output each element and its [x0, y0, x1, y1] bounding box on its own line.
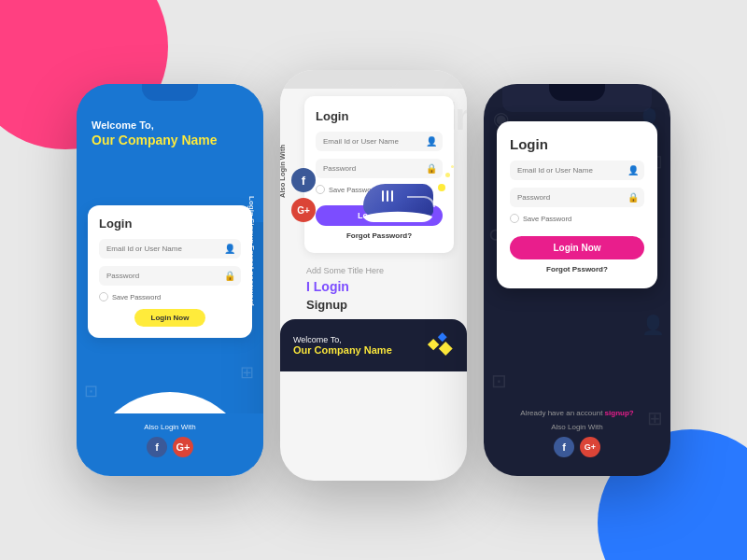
p3-googleplus-button[interactable]: G+ — [580, 437, 600, 457]
p2-shoe-area — [359, 170, 452, 245]
p1-facebook-button[interactable]: f — [147, 437, 167, 457]
p3-social-row: f G+ — [497, 437, 657, 457]
p3-save-password-row: Save Password — [510, 214, 644, 223]
p2-email-wrap: 👤 — [316, 131, 443, 151]
p2-logo — [428, 330, 454, 360]
p1-welcome-text: Welcome To, — [92, 119, 248, 131]
p3-form-card: Login 👤 🔒 Save Password Login Now Forgot… — [497, 121, 657, 288]
p1-company-name: Our Company Name — [92, 133, 248, 147]
phone-3-notch — [549, 84, 605, 101]
p2-googleplus-button[interactable]: G+ — [291, 198, 316, 222]
p3-account-text: Already have an account signup? — [497, 409, 657, 417]
p1-social-row: f G+ — [92, 437, 248, 457]
phone-2: Also Login With Login f G+ Login 👤 — [280, 70, 467, 481]
p3-account-label: Already have an account — [520, 409, 602, 417]
p3-form-title: Login — [510, 136, 644, 152]
p3-password-input[interactable] — [510, 188, 644, 207]
p2-user-icon: 👤 — [426, 136, 437, 147]
p2-footer-welcome: Welcome To, — [293, 335, 392, 344]
p1-save-password-row: Save Password — [99, 292, 241, 301]
p3-forgot-password[interactable]: Forgot Pssword? — [510, 265, 644, 273]
p2-footer-text: Welcome To, Our Company Name — [293, 335, 392, 356]
p3-facebook-button[interactable]: f — [554, 437, 574, 457]
phone-2-content: Also Login With Login f G+ Login 👤 — [280, 70, 467, 481]
p1-login-button[interactable]: Login Now — [134, 309, 206, 327]
p1-email-input[interactable] — [99, 239, 241, 259]
p2-nav-signup[interactable]: Signup — [306, 298, 441, 312]
p1-user-icon: 👤 — [224, 244, 235, 254]
p3-email-input[interactable] — [510, 161, 644, 180]
svg-rect-2 — [439, 342, 453, 356]
p2-nav-section: Add Some Title Here I Login Signup — [293, 259, 454, 319]
p3-login-button[interactable]: Login Now — [510, 236, 644, 259]
p3-email-wrap: 👤 — [510, 160, 644, 180]
phone-1: ⊕ ⊙ ◻ ⊡ ⊞ ⟳ Welcome To, Our Company Name… — [77, 84, 263, 476]
p1-save-label: Save Password — [112, 293, 161, 301]
phone-3: ◉ 👤 ◻ ⊡ ⊞ ⟳ 👤 Login 👤 🔒 — [484, 84, 670, 476]
shoe-dot-large — [438, 184, 445, 191]
p1-password-input[interactable] — [99, 266, 241, 286]
phone-1-content: ⊕ ⊙ ◻ ⊡ ⊞ ⟳ Welcome To, Our Company Name… — [77, 84, 263, 476]
p1-also-login-text: Also Login With — [92, 423, 248, 431]
p3-signup-link[interactable]: signup? — [605, 409, 634, 417]
lace-2 — [387, 190, 388, 202]
p1-bg-icon-5: ⊞ — [240, 362, 254, 383]
phone-1-notch — [142, 84, 198, 101]
p3-lock-icon: 🔒 — [627, 192, 639, 203]
p1-bg-icon-4: ⊡ — [84, 381, 98, 401]
p3-bg-icon-4: ⊡ — [491, 370, 507, 392]
p2-social-btns: f G+ — [291, 168, 316, 222]
p2-facebook-button[interactable]: f — [291, 168, 316, 192]
p3-also-login-text: Also Login With — [497, 423, 657, 431]
p1-save-checkbox[interactable] — [99, 292, 108, 301]
p2-footer: Welcome To, Our Company Name — [280, 319, 467, 371]
svg-rect-0 — [428, 339, 439, 350]
p2-logo-svg — [428, 330, 454, 360]
p1-googleplus-button[interactable]: G+ — [173, 437, 193, 457]
p3-bg-icon-7: 👤 — [641, 314, 665, 336]
p2-form-title: Login — [316, 109, 443, 123]
shoe-swoosh — [407, 196, 435, 207]
p2-add-title: Add Some Title Here — [306, 266, 441, 275]
shoe-laces — [382, 190, 393, 202]
p1-bottom-section: Also Login With f G+ — [77, 413, 263, 476]
phone-2-notch — [345, 70, 402, 87]
svg-rect-1 — [438, 332, 447, 342]
p3-save-label: Save Password — [523, 215, 571, 223]
p2-side-label: Also Login With — [280, 145, 287, 198]
p1-password-wrap: 🔒 — [99, 265, 241, 286]
lace-1 — [382, 190, 384, 202]
p3-save-checkbox[interactable] — [510, 214, 519, 223]
p3-user-icon: 👤 — [627, 165, 639, 175]
p1-email-wrap: 👤 — [99, 238, 241, 259]
p2-nav-links: I Login — [306, 279, 441, 294]
shoe-dot-small — [451, 165, 454, 168]
p1-form-title: Login — [99, 217, 241, 231]
p2-footer-company: Our Company Name — [293, 344, 392, 356]
p1-form-card: Login 👤 🔒 Save Password Login Now — [88, 205, 252, 338]
p2-main: Login f G+ Login 👤 🔒 — [280, 89, 467, 319]
lace-3 — [391, 190, 393, 202]
p2-email-input[interactable] — [316, 132, 443, 151]
shoe-dot-medium — [445, 173, 450, 177]
phones-container: ⊕ ⊙ ◻ ⊡ ⊞ ⟳ Welcome To, Our Company Name… — [0, 0, 747, 560]
p1-lock-icon: 🔒 — [224, 271, 235, 281]
p3-bottom: Already have an account signup? Also Log… — [484, 409, 670, 457]
p3-password-wrap: 🔒 — [510, 187, 644, 207]
css-shoe — [359, 170, 443, 226]
p2-nav-login[interactable]: I Login — [306, 279, 349, 294]
phone-3-content: ◉ 👤 ◻ ⊡ ⊞ ⟳ 👤 Login 👤 🔒 — [484, 84, 670, 476]
p2-save-checkbox[interactable] — [316, 185, 325, 194]
p1-top-section: Welcome To, Our Company Name — [77, 84, 263, 222]
